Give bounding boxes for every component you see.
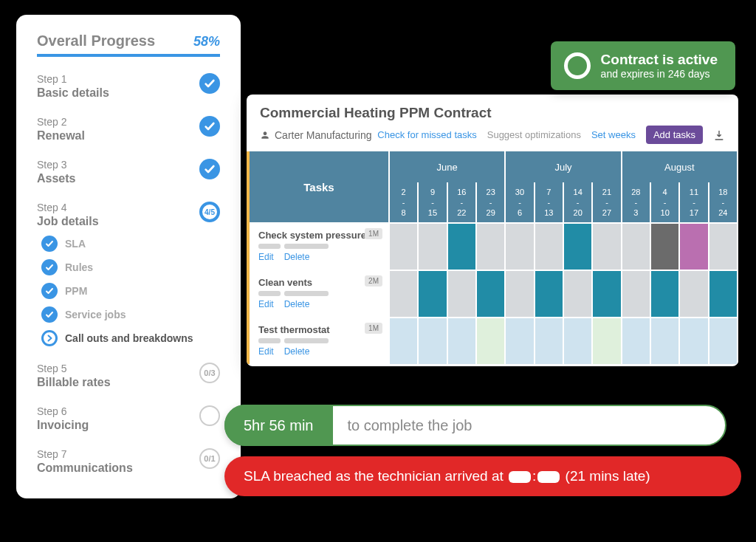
edit-link[interactable]: Edit [258, 252, 274, 262]
schedule-cell[interactable] [593, 222, 622, 270]
schedule-cell[interactable] [477, 317, 506, 364]
step-label: Step 3 [37, 159, 75, 171]
week-header: 18-24 [709, 182, 738, 222]
substep-label: Service jobs [65, 309, 126, 320]
schedule-cell[interactable] [709, 317, 738, 364]
week-header: 2-8 [390, 182, 419, 222]
redacted-time-min [537, 471, 560, 483]
schedule-cell[interactable] [419, 270, 447, 317]
delete-link[interactable]: Delete [284, 252, 310, 262]
step-label: Step 7 [37, 448, 133, 460]
week-header: 30-6 [506, 182, 535, 222]
substep-label: SLA [65, 238, 86, 250]
schedule-cell[interactable] [622, 222, 651, 270]
breach-text-pre: SLA breached as the technician arrived a… [244, 468, 507, 484]
step-4[interactable]: Step 4 Job details4/5 [37, 202, 220, 228]
add-tasks-button[interactable]: Add tasks [646, 126, 703, 144]
delete-link[interactable]: Delete [284, 299, 310, 309]
month-header: June [390, 151, 506, 182]
redacted-time-hour [509, 471, 531, 483]
frequency-badge: 2M [365, 275, 382, 287]
set-weeks-link[interactable]: Set weeks [591, 129, 636, 140]
substep-label: Rules [65, 261, 93, 273]
step-5[interactable]: Step 5 Billable rates0/3 [37, 363, 220, 389]
schedule-cell[interactable] [593, 270, 622, 317]
schedule-cell[interactable] [390, 222, 419, 270]
schedule-cell[interactable] [709, 222, 738, 270]
time-pill: 5hr 56 min to complete the job [224, 405, 726, 446]
progress-header: Overall Progress 58% [37, 32, 220, 57]
schedule-cell[interactable] [390, 270, 419, 317]
substep-label: Call outs and breakdowns [65, 332, 193, 344]
step-2[interactable]: Step 2 Renewal [37, 116, 220, 143]
week-header: 14-20 [564, 182, 593, 222]
check-icon [41, 306, 58, 323]
schedule-cell[interactable] [419, 222, 447, 270]
step-label: Step 4 [37, 202, 99, 213]
schedule-cell[interactable] [593, 317, 622, 364]
edit-link[interactable]: Edit [258, 346, 274, 357]
schedule-cell[interactable] [622, 270, 651, 317]
substep[interactable]: PPM [41, 283, 220, 299]
contract-status-badge: Contract is active and expires in 246 da… [551, 41, 735, 90]
week-header: 4-10 [651, 182, 680, 222]
schedule-cell[interactable] [390, 317, 419, 364]
check-missed-link[interactable]: Check for missed tasks [377, 129, 476, 140]
schedule-cell[interactable] [419, 317, 447, 364]
substep[interactable]: Rules [41, 259, 220, 275]
step-name: Invoicing [37, 419, 89, 432]
substep[interactable]: Service jobs [41, 306, 220, 323]
schedule-cell[interactable] [564, 222, 593, 270]
schedule-cell[interactable] [506, 222, 535, 270]
step-3[interactable]: Step 3 Assets [37, 159, 220, 185]
check-icon [199, 159, 220, 179]
check-icon [41, 259, 58, 275]
month-header: August [622, 151, 738, 182]
substep-label: PPM [65, 285, 87, 297]
step-6[interactable]: Step 6 Invoicing [37, 405, 220, 432]
schedule-cell[interactable] [535, 222, 564, 270]
task-name: Check system pressure [258, 230, 381, 241]
step-7[interactable]: Step 7 Communications0/1 [37, 448, 220, 475]
delete-link[interactable]: Delete [284, 346, 310, 357]
schedule-cell[interactable] [622, 317, 651, 364]
schedule-cell[interactable] [477, 222, 506, 270]
schedule-cell[interactable] [651, 317, 680, 364]
task-row-header: Test thermostat EditDelete 1M [250, 317, 390, 364]
step-label: Step 1 [37, 73, 109, 85]
edit-link[interactable]: Edit [258, 299, 274, 309]
time-rest: to complete the job [333, 417, 472, 434]
schedule-cell[interactable] [477, 270, 506, 317]
substep[interactable]: SLA [41, 236, 220, 252]
substep[interactable]: Call outs and breakdowns [41, 330, 220, 346]
schedule-cell[interactable] [651, 270, 680, 317]
schedule-cell[interactable] [651, 222, 680, 270]
schedule-cell[interactable] [680, 270, 709, 317]
schedule-cell[interactable] [680, 317, 709, 364]
schedule-cell[interactable] [680, 222, 709, 270]
step-name: Billable rates [37, 376, 111, 389]
week-header: 21-27 [593, 182, 622, 222]
schedule-cell[interactable] [448, 270, 477, 317]
suggest-opt-link[interactable]: Suggest optimizations [487, 129, 581, 140]
step-name: Basic details [37, 86, 109, 100]
schedule-cell[interactable] [709, 270, 738, 317]
schedule-cell[interactable] [535, 270, 564, 317]
check-icon [199, 116, 220, 137]
schedule-cell[interactable] [535, 317, 564, 364]
frequency-badge: 1M [365, 228, 382, 239]
step-1[interactable]: Step 1 Basic details [37, 73, 220, 100]
schedule-cell[interactable] [506, 317, 535, 364]
check-icon [199, 73, 220, 94]
schedule-cell[interactable] [564, 270, 593, 317]
schedule-cell[interactable] [564, 317, 593, 364]
week-header: 28-3 [622, 182, 651, 222]
schedule-cell[interactable] [448, 222, 477, 270]
check-icon [41, 283, 58, 299]
download-icon[interactable] [713, 129, 725, 141]
ppm-title: Commercial Heating PPM Contract [260, 105, 725, 121]
schedule-cell[interactable] [448, 317, 477, 364]
schedule-cell[interactable] [506, 270, 535, 317]
week-header: 11-17 [680, 182, 709, 222]
progress-badge: 0/1 [199, 448, 220, 469]
